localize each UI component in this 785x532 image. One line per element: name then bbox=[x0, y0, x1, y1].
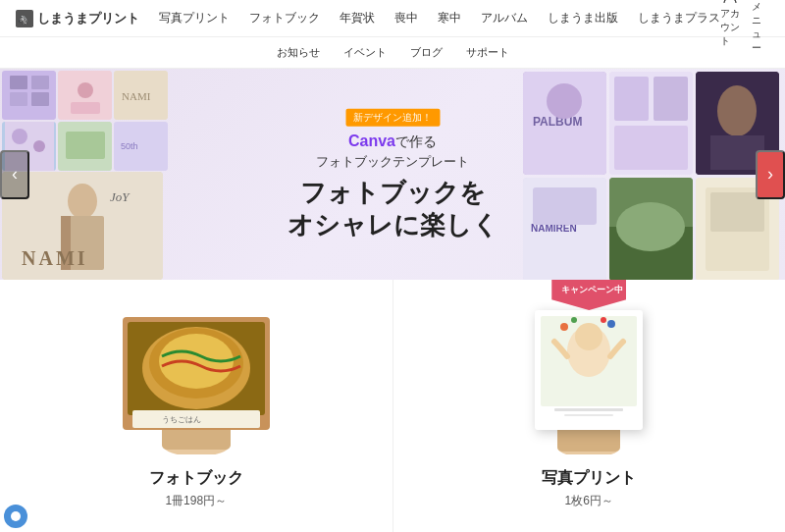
hero-right-cell-4: NAMIREN bbox=[523, 178, 606, 280]
svg-point-17 bbox=[12, 129, 27, 144]
print-image bbox=[491, 299, 687, 456]
nav-photo-print[interactable]: 写真プリント bbox=[159, 10, 230, 27]
hero-subtitle: Canvaで作る bbox=[288, 132, 498, 150]
svg-point-63 bbox=[560, 323, 568, 331]
svg-point-24 bbox=[68, 184, 97, 219]
nav-mourning[interactable]: 喪中 bbox=[394, 10, 418, 27]
print-price: 1枚6円～ bbox=[565, 493, 613, 509]
svg-rect-68 bbox=[564, 414, 613, 416]
svg-text:NAMI: NAMI bbox=[22, 247, 88, 269]
hero-template-text: フォトブックテンプレート bbox=[288, 152, 498, 170]
canva-brand: Canva bbox=[348, 132, 395, 148]
nav-cold[interactable]: 寒中 bbox=[438, 10, 461, 27]
notification-dot[interactable] bbox=[4, 505, 27, 528]
sub-nav-blog[interactable]: ブログ bbox=[410, 45, 443, 60]
svg-rect-20 bbox=[66, 132, 105, 159]
svg-rect-47 bbox=[710, 192, 764, 232]
site-logo[interactable]: 🦓 しまうまプリント bbox=[16, 10, 139, 27]
svg-rect-8 bbox=[31, 76, 49, 89]
svg-text:うちごはん: うちごはん bbox=[162, 415, 201, 424]
svg-text:🦓: 🦓 bbox=[18, 14, 28, 25]
hero-banner: NAMI 50th NAMI bbox=[0, 69, 785, 280]
hero-new-badge: 新デザイン追加！ bbox=[345, 108, 440, 126]
user-area: アカウント メニュー bbox=[720, 0, 769, 55]
svg-rect-10 bbox=[31, 92, 49, 106]
hero-next-button[interactable]: › bbox=[756, 150, 785, 199]
logo-text: しまうまプリント bbox=[37, 10, 139, 27]
product-card-photobook[interactable]: うちごはん フォトブック 1冊198円～ bbox=[0, 280, 393, 532]
nav-publishing[interactable]: しまうま出版 bbox=[548, 10, 618, 27]
svg-point-65 bbox=[607, 320, 615, 328]
nav-album[interactable]: アルバム bbox=[481, 10, 528, 27]
svg-point-18 bbox=[33, 140, 45, 152]
hero-right-cell-2 bbox=[609, 72, 693, 175]
hero-thumb-1 bbox=[2, 71, 56, 120]
menu-label: メニュー bbox=[752, 0, 769, 55]
hero-center-content: 新デザイン追加！ Canvaで作る フォトブックテンプレート フォトブックを オ… bbox=[288, 106, 498, 242]
sub-nav-event[interactable]: イベント bbox=[343, 45, 387, 60]
svg-rect-34 bbox=[654, 77, 688, 121]
hero-thumb-3: NAMI bbox=[114, 71, 168, 120]
svg-point-62 bbox=[575, 323, 602, 350]
svg-rect-33 bbox=[614, 77, 649, 121]
product-card-print[interactable]: キャンペーン中 bbox=[393, 280, 786, 532]
svg-rect-67 bbox=[554, 408, 623, 411]
menu-button[interactable]: メニュー bbox=[752, 0, 769, 55]
sub-navigation: お知らせ イベント ブログ サポート bbox=[0, 37, 785, 69]
svg-point-37 bbox=[717, 85, 757, 136]
svg-text:JoY: JoY bbox=[110, 189, 131, 204]
hero-right-cell-5 bbox=[609, 178, 693, 280]
svg-point-66 bbox=[601, 317, 606, 323]
svg-rect-35 bbox=[614, 126, 688, 170]
hero-thumb-6: 50th bbox=[114, 122, 168, 171]
account-button[interactable]: アカウント bbox=[720, 0, 740, 48]
svg-point-44 bbox=[616, 202, 685, 251]
svg-rect-7 bbox=[10, 76, 27, 89]
photobook-name: フォトブック bbox=[149, 468, 243, 489]
hero-right-panel: PALBUM NAMIREN bbox=[520, 69, 785, 280]
hero-thumb-5 bbox=[58, 122, 112, 171]
svg-point-31 bbox=[547, 83, 582, 119]
svg-rect-13 bbox=[71, 102, 100, 114]
account-label: アカウント bbox=[720, 7, 740, 48]
product-section: うちごはん フォトブック 1冊198円～ キャンペーン中 bbox=[0, 280, 785, 532]
hero-right-cell-1: PALBUM bbox=[523, 72, 606, 175]
svg-rect-41 bbox=[533, 187, 597, 225]
nav-photobook[interactable]: フォトブック bbox=[249, 10, 320, 27]
hero-subtitle-text: で作る bbox=[395, 133, 437, 148]
svg-point-69 bbox=[11, 511, 21, 521]
hero-thumb-2 bbox=[58, 71, 112, 120]
svg-point-64 bbox=[571, 317, 577, 323]
print-name: 写真プリント bbox=[542, 468, 636, 489]
nav-plus[interactable]: しまうまプラス bbox=[638, 10, 720, 27]
svg-text:50th: 50th bbox=[121, 141, 138, 151]
hero-prev-button[interactable]: ‹ bbox=[0, 150, 29, 199]
photobook-image: うちごはん bbox=[98, 299, 294, 456]
nav-new-year[interactable]: 年賀状 bbox=[340, 10, 375, 27]
main-menu: 写真プリント フォトブック 年賀状 喪中 寒中 アルバム しまうま出版 しまうま… bbox=[159, 10, 720, 27]
top-navigation: 🦓 しまうまプリント 写真プリント フォトブック 年賀状 喪中 寒中 アルバム … bbox=[0, 0, 785, 37]
sub-nav-news[interactable]: お知らせ bbox=[277, 45, 320, 60]
photobook-price: 1冊198円～ bbox=[165, 493, 227, 509]
sub-nav-support[interactable]: サポート bbox=[466, 45, 509, 60]
hero-main-title: フォトブックを オシャレに楽しく bbox=[288, 176, 498, 242]
svg-text:NAMI: NAMI bbox=[122, 90, 151, 102]
svg-point-12 bbox=[78, 82, 93, 98]
svg-rect-9 bbox=[10, 92, 27, 106]
